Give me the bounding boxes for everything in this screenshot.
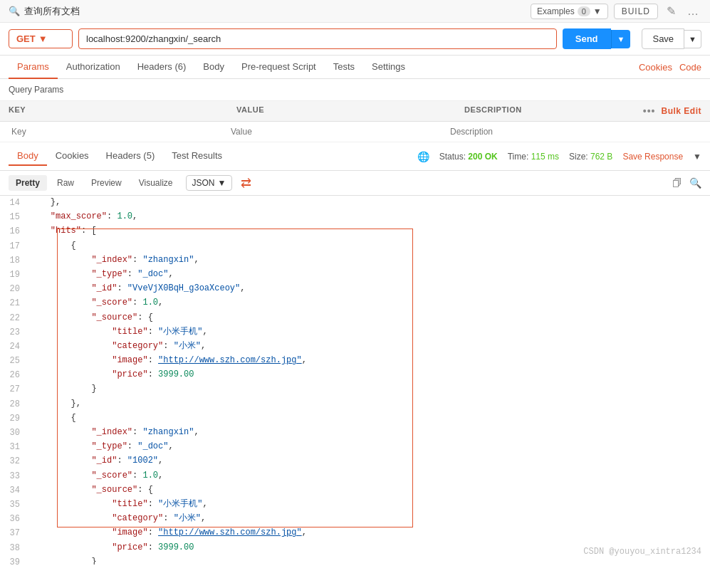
build-button[interactable]: BUILD	[614, 4, 658, 19]
code-line: 32 "_id": "1002",	[0, 454, 710, 468]
save-response-button[interactable]: Save Response	[622, 152, 683, 162]
ellipsis-icon[interactable]: …	[684, 4, 701, 19]
code-line: 34 "_source": {	[0, 483, 710, 498]
send-dropdown-button[interactable]: ▼	[611, 30, 631, 48]
title-bar: 🔍 查询所有文档 Examples 0 ▼ BUILD ✎ …	[0, 0, 710, 23]
code-line: 39 }	[0, 555, 710, 565]
save-dropdown-button[interactable]: ▼	[684, 30, 701, 48]
globe-icon: 🌐	[417, 151, 429, 162]
col-value-label: VALUE	[236, 105, 464, 117]
code-line: 28 },	[0, 397, 710, 411]
code-line: 35 "title": "小米手机",	[0, 498, 710, 512]
code-line: 24 "category": "小米",	[0, 340, 710, 354]
code-line: 38 "price": 3999.00	[0, 541, 710, 555]
code-line: 31 "_type": "_doc",	[0, 440, 710, 454]
copy-icon[interactable]: 🗍	[672, 177, 682, 189]
resp-tab-body[interactable]: Body	[9, 147, 47, 166]
code-line: 18 "_index": "zhangxin",	[0, 253, 710, 268]
code-line: 25 "image": "http://www.szh.com/szh.jpg"…	[0, 354, 710, 368]
value-input[interactable]	[228, 125, 447, 139]
tab-body[interactable]: Body	[194, 56, 233, 79]
save-button[interactable]: Save	[642, 28, 684, 49]
time-value: 115 ms	[531, 152, 559, 162]
send-group: Send ▼	[563, 28, 631, 49]
resp-tab-headers[interactable]: Headers (5)	[98, 147, 164, 166]
response-meta: 🌐 Status: 200 OK Time: 115 ms Size: 762 …	[417, 151, 701, 162]
code-line: 22 "_source": {	[0, 311, 710, 325]
response-tabs: Body Cookies Headers (5) Test Results	[9, 147, 231, 166]
fmt-raw[interactable]: Raw	[50, 175, 81, 191]
col-desc-label: DESCRIPTION	[464, 105, 643, 117]
code-link[interactable]: Code	[679, 62, 701, 73]
col-key-label: KEY	[9, 105, 236, 117]
url-input[interactable]	[78, 28, 557, 49]
code-area[interactable]: 14 }, 15 "max_score": 1.0, 16 "hits": [ …	[0, 196, 710, 565]
bulk-edit-button[interactable]: Bulk Edit	[661, 106, 701, 116]
page-title: 查询所有文档	[24, 5, 80, 18]
format-bar: Pretty Raw Preview Visualize JSON ▼ ⇄ 🗍 …	[0, 171, 710, 196]
code-line: 23 "title": "小米手机",	[0, 325, 710, 340]
fmt-preview[interactable]: Preview	[84, 175, 129, 191]
search-icon[interactable]: 🔍	[689, 177, 701, 189]
request-tabs-bar: Params Authorization Headers (6) Body Pr…	[0, 56, 710, 79]
examples-button[interactable]: Examples 0 ▼	[531, 4, 608, 19]
fmt-pretty[interactable]: Pretty	[9, 175, 47, 191]
wrap-icon[interactable]: ⇄	[241, 175, 251, 191]
query-params-header: Query Params	[0, 79, 710, 101]
code-line: 33 "_score": 1.0,	[0, 469, 710, 483]
tab-tests[interactable]: Tests	[325, 56, 363, 79]
tab-params[interactable]: Params	[9, 56, 58, 79]
send-button[interactable]: Send	[563, 28, 611, 49]
more-options-button[interactable]: •••	[643, 105, 656, 117]
tab-authorization[interactable]: Authorization	[58, 56, 129, 79]
fmt-visualize[interactable]: Visualize	[132, 175, 180, 191]
tab-prerequest[interactable]: Pre-request Script	[233, 56, 325, 79]
code-line: 15 "max_score": 1.0,	[0, 210, 710, 224]
size-value: 762 B	[590, 152, 612, 162]
code-line: 20 "_id": "VveVjX0BqH_g3oaXceoy",	[0, 282, 710, 296]
search-icon-small: 🔍	[9, 6, 20, 16]
code-line: 36 "category": "小米",	[0, 512, 710, 526]
resp-tab-cookies[interactable]: Cookies	[47, 147, 98, 166]
code-line: 29 {	[0, 411, 710, 426]
code-line: 17 {	[0, 239, 710, 253]
params-table-header: KEY VALUE DESCRIPTION ••• Bulk Edit	[0, 101, 710, 122]
code-line: 37 "image": "http://www.szh.com/szh.jpg"…	[0, 526, 710, 540]
params-row	[0, 122, 710, 142]
code-line: 21 "_score": 1.0,	[0, 296, 710, 310]
tab-settings[interactable]: Settings	[363, 56, 414, 79]
resp-tab-test-results[interactable]: Test Results	[163, 147, 231, 166]
code-line: 14 },	[0, 196, 710, 210]
cookies-link[interactable]: Cookies	[639, 62, 672, 73]
save-response-dropdown[interactable]: ▼	[693, 152, 701, 162]
save-group: Save ▼	[642, 28, 701, 49]
pencil-icon[interactable]: ✎	[664, 3, 679, 19]
response-header: Body Cookies Headers (5) Test Results 🌐 …	[0, 142, 710, 171]
status-value: 200 OK	[468, 152, 497, 162]
tabs-right: Cookies Code	[639, 62, 701, 73]
method-selector[interactable]: GET ▼	[9, 29, 73, 48]
url-bar: GET ▼ Send ▼ Save ▼	[0, 23, 710, 56]
tab-headers[interactable]: Headers (6)	[129, 56, 195, 79]
code-line: 30 "_index": "zhangxin",	[0, 426, 710, 440]
code-line: 16 "hits": [	[0, 224, 710, 238]
code-line: 27 }	[0, 382, 710, 397]
code-line: 26 "price": 3999.00	[0, 368, 710, 382]
json-format-select[interactable]: JSON ▼	[186, 175, 233, 191]
desc-input[interactable]	[447, 125, 667, 139]
key-input[interactable]	[9, 125, 228, 139]
code-line: 19 "_type": "_doc",	[0, 268, 710, 282]
col-actions: ••• Bulk Edit	[643, 105, 701, 117]
